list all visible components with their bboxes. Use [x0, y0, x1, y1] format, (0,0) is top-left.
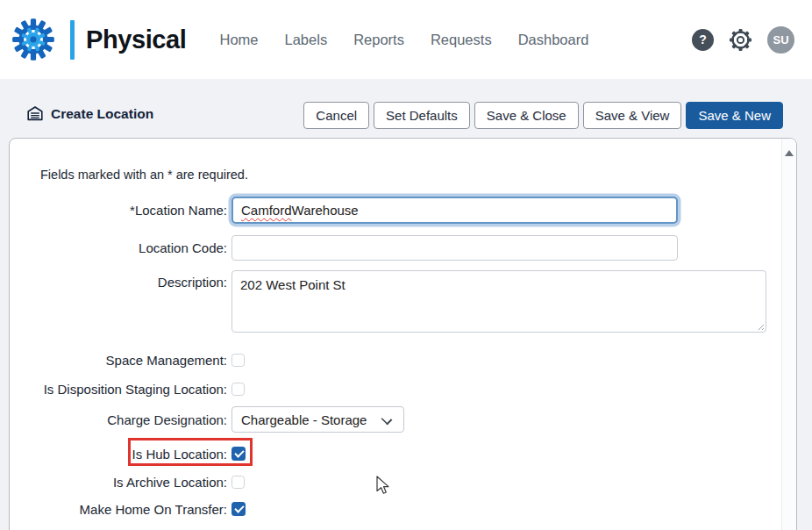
charge-designation-value: Chargeable - Storage	[241, 412, 367, 427]
description-value: 202 West Point St	[240, 277, 345, 292]
nav-item-dashboard[interactable]: Dashboard	[518, 32, 589, 48]
make-home-on-transfer-checkbox[interactable]	[231, 502, 246, 516]
charge-designation-select[interactable]: Chargeable - Storage	[231, 406, 404, 433]
scroll-up-arrow-icon[interactable]	[785, 150, 794, 156]
location-code-row: Location Code:	[10, 235, 678, 261]
settings-gear-icon[interactable]	[729, 28, 752, 52]
space-management-row: Space Management:	[10, 352, 245, 368]
is-archive-location-label: Is Archive Location:	[10, 475, 227, 490]
save-and-view-button[interactable]: Save & View	[583, 102, 682, 129]
action-buttons: Cancel Set Defaults Save & Close Save & …	[303, 102, 783, 129]
create-location-form-panel: Fields marked with an * are required. *L…	[9, 138, 797, 530]
is-hub-location-row: Is Hub Location:	[10, 446, 246, 462]
help-icon[interactable]: ?	[692, 29, 714, 51]
nav-item-reports[interactable]: Reports	[353, 32, 404, 48]
panel-scrollbar[interactable]	[781, 139, 796, 530]
space-management-label: Space Management:	[10, 353, 227, 368]
save-and-new-button[interactable]: Save & New	[686, 102, 783, 129]
location-code-label: Location Code:	[10, 240, 227, 255]
is-archive-location-checkbox[interactable]	[231, 476, 245, 489]
location-name-value-misspelled: Camford	[241, 203, 292, 218]
location-name-input[interactable]: Camford Warehouse	[231, 197, 678, 224]
is-archive-location-row: Is Archive Location:	[10, 474, 245, 490]
location-name-label: *Location Name:	[10, 203, 227, 218]
save-and-close-button[interactable]: Save & Close	[474, 102, 579, 129]
required-fields-note: Fields marked with an * are required.	[40, 168, 248, 182]
chevron-down-icon	[381, 414, 393, 426]
disposition-staging-row: Is Disposition Staging Location:	[10, 381, 245, 397]
nav-item-labels[interactable]: Labels	[285, 32, 328, 48]
description-row: Description: 202 West Point St	[10, 270, 766, 333]
main-nav: Home Labels Reports Requests Dashboard	[220, 32, 589, 48]
disposition-staging-checkbox[interactable]	[231, 383, 245, 396]
app-logo-gear-icon	[9, 15, 58, 64]
description-label: Description:	[10, 270, 227, 290]
app-header: Physical Home Labels Reports Requests Da…	[0, 0, 812, 79]
space-management-checkbox[interactable]	[231, 354, 245, 367]
brand-divider	[70, 20, 75, 60]
location-name-row: *Location Name: Camford Warehouse	[10, 197, 678, 224]
is-hub-location-label: Is Hub Location:	[10, 447, 227, 462]
location-code-input[interactable]	[231, 235, 678, 261]
warehouse-icon	[26, 105, 44, 122]
nav-item-home[interactable]: Home	[220, 32, 259, 48]
set-defaults-button[interactable]: Set Defaults	[374, 102, 470, 129]
nav-item-requests[interactable]: Requests	[431, 32, 492, 48]
charge-designation-label: Charge Designation:	[10, 412, 227, 427]
charge-designation-row: Charge Designation: Chargeable - Storage	[10, 406, 404, 433]
location-name-value-rest: Warehouse	[292, 203, 359, 218]
brand-title: Physical	[86, 25, 187, 54]
disposition-staging-label: Is Disposition Staging Location:	[10, 382, 227, 397]
user-avatar[interactable]: SU	[767, 26, 794, 54]
make-home-on-transfer-row: Make Home On Transfer:	[10, 501, 246, 517]
textarea-resize-handle[interactable]	[756, 322, 764, 330]
page-title: Create Location	[51, 106, 153, 122]
make-home-on-transfer-label: Make Home On Transfer:	[10, 502, 227, 517]
cancel-button[interactable]: Cancel	[303, 102, 369, 129]
description-textarea[interactable]: 202 West Point St	[231, 270, 766, 333]
is-hub-location-checkbox[interactable]	[231, 447, 246, 461]
page-title-group: Create Location	[26, 105, 153, 122]
